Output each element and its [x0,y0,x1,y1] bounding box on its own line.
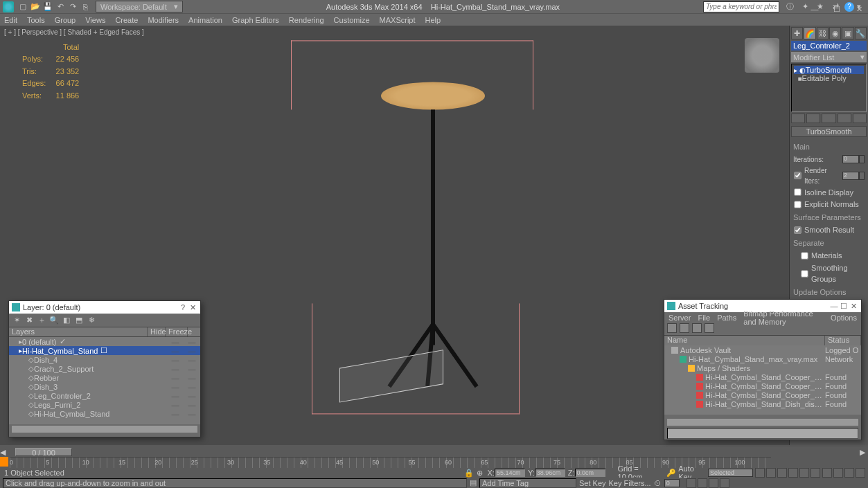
configure-sets-button[interactable] [853,114,867,123]
menu-views[interactable]: Views [85,16,105,24]
layers-dialog[interactable]: Layer: 0 (default) ? ✕ ✶ ✖ ＋ 🔍 ◧ ⬒ ❄ Lay… [8,300,201,437]
tab-hierarchy[interactable]: ⛓ [817,27,829,39]
help-search[interactable] [703,1,779,12]
status-icon[interactable] [680,323,689,333]
redo-icon[interactable]: ↷ [68,2,78,12]
menu-rendering[interactable]: Rendering [289,16,324,24]
layer-row[interactable]: ▸ 0 (default)✓—— [9,337,200,346]
menu-customize[interactable]: Customize [334,16,370,24]
menu-modifiers[interactable]: Modifiers [148,16,179,24]
asset-tracking-dialog[interactable]: Asset Tracking — ☐ ✕ Server File Paths B… [664,299,862,440]
show-end-result-button[interactable] [806,114,820,123]
rollout-turbosmooth-title[interactable]: TurboSmooth [791,126,867,137]
open-file-icon[interactable]: 📂 [30,2,40,12]
render-iters-checkbox[interactable] [794,172,801,179]
comm-icon[interactable]: ✦ [800,2,810,12]
new-file-icon[interactable]: ▢ [18,2,28,12]
delete-layer-icon[interactable]: ✖ [24,316,34,325]
selection-lock-icon[interactable]: 🔒 [464,469,474,478]
modifier-editablepoly[interactable]: ■ Editable Poly [794,74,864,82]
setkey-button[interactable]: Set Key [579,479,606,487]
info-icon[interactable]: ⓘ [785,2,795,12]
close-icon[interactable]: ✕ [188,303,197,312]
undo-icon[interactable]: ↶ [55,2,65,12]
timeline-start-icon[interactable]: ◀ [0,448,6,457]
remove-modifier-button[interactable] [838,114,851,123]
hide-layer-icon[interactable]: ⬒ [74,316,84,325]
coord-x[interactable]: 55.14cm [495,469,525,477]
keyfilters-button[interactable]: Key Filters... [609,479,651,487]
smooth-result-checkbox[interactable] [794,226,801,233]
time-slider[interactable]: ◀ 0 / 100 ▶ [0,447,868,457]
modifier-list-dropdown[interactable]: Modifier List▾ [791,52,867,62]
maximize-icon[interactable]: ☐ [839,302,849,311]
play-icon[interactable] [777,468,787,478]
menu-group[interactable]: Group [55,16,76,24]
region-zoom-icon[interactable] [709,478,718,488]
asset-row[interactable]: Autodesk VaultLogged O [664,345,861,354]
viewport-label[interactable]: [ + ] [ Perspective ] [ Shaded + Edged F… [4,28,144,36]
goto-start-icon[interactable] [755,468,765,478]
key-mode-icon[interactable] [811,468,820,478]
tab-utilities[interactable]: 🔧 [855,27,867,39]
minimize-icon[interactable]: — [829,302,839,310]
fov-icon[interactable] [856,468,865,478]
help-icon[interactable]: ? [178,303,188,311]
asset-row[interactable]: Hi-Hat_Cymbal_Stand_max_vray.maxNetwork [664,354,861,363]
freeze-layer-icon[interactable]: ❄ [87,316,96,325]
save-icon[interactable]: 💾 [43,2,53,12]
goto-end-icon[interactable] [799,468,809,478]
next-frame-icon[interactable] [788,468,798,478]
iterations-field[interactable]: 0 [842,155,859,163]
zoom-all-icon[interactable] [698,478,707,488]
key-mode-dropdown[interactable]: Selected [708,469,753,477]
close-button[interactable]: ✕ [854,4,864,14]
smgroups-checkbox[interactable] [801,270,808,277]
app-icon[interactable] [3,1,14,12]
viewcube[interactable] [745,38,779,73]
layer-row[interactable]: ◇ Leg_Controler_2—— [9,391,200,400]
asset-menu-options[interactable]: Options [831,314,857,322]
asset-menu-bitmap[interactable]: Bitmap Performance and Memory [743,309,824,326]
timeline-end-icon[interactable]: ▶ [860,448,865,457]
asset-row[interactable]: Hi-Hat_Cymbal_Stand_Cooper_1_reflection.… [664,372,861,381]
render-iters-field[interactable]: 2 [842,172,859,180]
tab-motion[interactable]: ◉ [829,27,841,39]
curve-editor-icon[interactable] [0,457,8,467]
tab-create[interactable]: ✚ [791,27,803,39]
make-unique-button[interactable] [822,114,835,123]
zoom-icon[interactable] [844,468,854,478]
asset-row[interactable]: Hi-Hat_Cymbal_Stand_Cooper_2_reflection.… [664,381,861,390]
zoom-extents-icon[interactable] [687,478,696,488]
asset-scrollbar[interactable] [667,419,858,426]
layers-scrollbar[interactable] [12,426,197,433]
menu-grapheditors[interactable]: Graph Editors [232,16,279,24]
maximize-button[interactable]: ☐ [832,4,842,14]
time-config-icon[interactable]: ⏲ [654,479,662,487]
selected-object-name[interactable]: Leg_Controler_2 [791,41,867,51]
link-icon[interactable]: ⎘ [80,2,90,12]
isoline-checkbox[interactable] [794,189,801,196]
close-icon[interactable]: ✕ [849,302,858,311]
tree-icon[interactable] [692,323,702,333]
refresh-icon[interactable] [667,323,677,333]
max-toggle-icon[interactable] [720,478,729,488]
layer-row[interactable]: ▸ Hi-Hat_Cymbal_Stand☐—— [9,346,200,355]
menu-edit[interactable]: Edit [4,16,17,24]
layer-row[interactable]: ◇ Legs_Furni_2—— [9,400,200,409]
menu-help[interactable]: Help [425,16,441,24]
layers-dialog-title[interactable]: Layer: 0 (default) ? ✕ [9,301,200,314]
abs-rel-icon[interactable]: ⊕ [477,469,485,478]
time-slider-handle[interactable]: 0 / 100 [15,448,72,456]
tab-modify[interactable]: 🌈 [804,27,815,39]
layer-row[interactable]: ◇ Dish_4—— [9,355,200,364]
menu-create[interactable]: Create [115,16,138,24]
layer-row[interactable]: ◇ Rebber—— [9,373,200,382]
modifier-stack[interactable]: ▸ ◐ TurboSmooth ■ Editable Poly [791,64,867,112]
layer-row[interactable]: ◇ Dish_3—— [9,382,200,391]
select-layer-icon[interactable]: 🔍 [49,316,59,325]
workspace-dropdown[interactable]: Workspace: Default ▾ [96,1,183,12]
asset-menu-paths[interactable]: Paths [717,314,736,322]
minimize-button[interactable]: — [810,4,820,14]
menu-animation[interactable]: Animation [188,16,222,24]
